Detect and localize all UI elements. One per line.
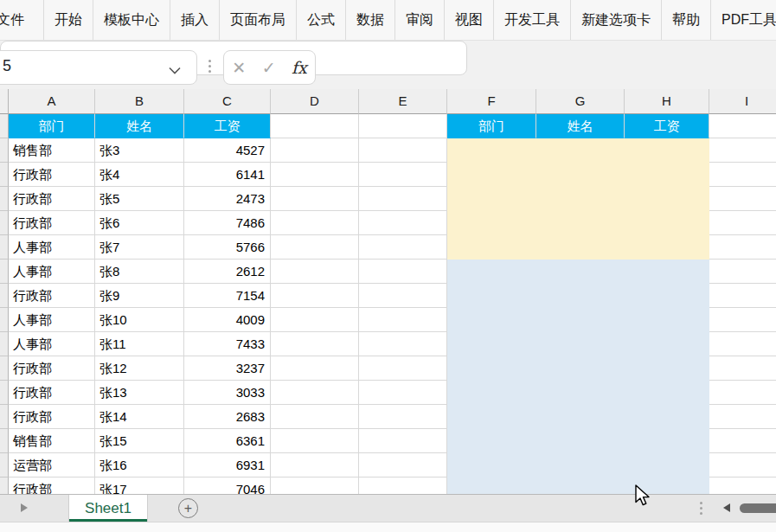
cell-F5[interactable] <box>447 211 536 235</box>
cell-E9[interactable] <box>359 308 447 332</box>
cell-A10[interactable]: 人事部 <box>9 332 95 356</box>
cell-I11[interactable] <box>709 356 776 381</box>
cell-C13[interactable]: 2683 <box>184 405 271 429</box>
column-header-D[interactable]: D <box>271 89 359 114</box>
cell-G2[interactable] <box>536 138 625 163</box>
cell-H3[interactable] <box>625 163 709 187</box>
cell-F11[interactable] <box>447 356 536 381</box>
row-header-16[interactable] <box>0 478 9 494</box>
cell-A15[interactable]: 运营部 <box>9 453 95 478</box>
cell-A11[interactable]: 行政部 <box>9 356 95 381</box>
row-header-12[interactable] <box>0 381 9 405</box>
cell-B11[interactable]: 张12 <box>95 356 184 381</box>
row-header-15[interactable] <box>0 453 9 478</box>
cell-H11[interactable] <box>625 356 709 381</box>
column-header-I[interactable]: I <box>709 89 776 114</box>
cell-I15[interactable] <box>709 453 776 478</box>
cell-A1[interactable]: 部门 <box>9 114 95 138</box>
confirm-entry-button[interactable]: ✓ <box>262 60 276 76</box>
cell-E1[interactable] <box>359 114 447 138</box>
cell-H14[interactable] <box>625 429 709 453</box>
cell-E8[interactable] <box>359 284 447 308</box>
cell-D16[interactable] <box>271 478 359 494</box>
menu-tab-pdf-tools[interactable]: PDF工具集 <box>710 0 776 40</box>
cell-F6[interactable] <box>447 235 536 260</box>
menu-tab-insert[interactable]: 插入 <box>170 0 219 40</box>
cell-H8[interactable] <box>625 284 709 308</box>
menu-tab-page-layout[interactable]: 页面布局 <box>219 0 296 40</box>
cancel-entry-button[interactable]: ✕ <box>232 60 246 76</box>
row-header-2[interactable] <box>0 138 9 163</box>
cell-F13[interactable] <box>447 405 536 429</box>
cell-C5[interactable]: 7486 <box>184 211 271 235</box>
cell-B1[interactable]: 姓名 <box>95 114 184 138</box>
row-header-10[interactable] <box>0 332 9 356</box>
cell-G6[interactable] <box>536 235 625 260</box>
cell-D5[interactable] <box>271 211 359 235</box>
cell-E10[interactable] <box>359 332 447 356</box>
cell-G10[interactable] <box>536 332 625 356</box>
cell-F12[interactable] <box>447 381 536 405</box>
cell-A13[interactable]: 行政部 <box>9 405 95 429</box>
cell-C8[interactable]: 7154 <box>184 284 271 308</box>
cell-I3[interactable] <box>709 163 776 187</box>
cell-I16[interactable] <box>709 478 776 494</box>
menu-tab-template-center[interactable]: 模板中心 <box>93 0 170 40</box>
cell-E12[interactable] <box>359 381 447 405</box>
cell-A12[interactable]: 行政部 <box>9 381 95 405</box>
cell-G3[interactable] <box>536 163 625 187</box>
cell-G12[interactable] <box>536 381 625 405</box>
cell-D8[interactable] <box>271 284 359 308</box>
cell-E4[interactable] <box>359 187 447 211</box>
cell-E11[interactable] <box>359 356 447 381</box>
cell-B4[interactable]: 张5 <box>95 187 184 211</box>
cell-B8[interactable]: 张9 <box>95 284 184 308</box>
cell-H15[interactable] <box>625 453 709 478</box>
cell-A9[interactable]: 人事部 <box>9 308 95 332</box>
cell-H1[interactable]: 工资 <box>625 114 709 138</box>
cell-G4[interactable] <box>536 187 625 211</box>
menu-tab-help[interactable]: 帮助 <box>661 0 710 40</box>
name-box[interactable]: 5 <box>0 50 197 85</box>
cell-I4[interactable] <box>709 187 776 211</box>
row-header-8[interactable] <box>0 284 9 308</box>
cell-G7[interactable] <box>536 260 625 284</box>
column-header-B[interactable]: B <box>95 89 184 114</box>
cell-H7[interactable] <box>625 260 709 284</box>
cell-C10[interactable]: 7433 <box>184 332 271 356</box>
cell-D11[interactable] <box>271 356 359 381</box>
column-header-F[interactable]: F <box>447 89 536 114</box>
cell-D7[interactable] <box>271 260 359 284</box>
cell-C12[interactable]: 3033 <box>184 381 271 405</box>
cell-I8[interactable] <box>709 284 776 308</box>
cell-C15[interactable]: 6931 <box>184 453 271 478</box>
cell-G13[interactable] <box>536 405 625 429</box>
cell-F4[interactable] <box>447 187 536 211</box>
cell-A7[interactable]: 人事部 <box>9 260 95 284</box>
cell-G11[interactable] <box>536 356 625 381</box>
menu-tab-formulas[interactable]: 公式 <box>296 0 345 40</box>
menu-tab-dev-tools[interactable]: 开发工具 <box>493 0 570 40</box>
cell-F7[interactable] <box>447 260 536 284</box>
chevron-down-icon[interactable] <box>169 62 181 78</box>
cell-E7[interactable] <box>359 260 447 284</box>
row-header-5[interactable] <box>0 211 9 235</box>
cell-A8[interactable]: 行政部 <box>9 284 95 308</box>
row-header-1[interactable] <box>0 114 9 138</box>
cell-A2[interactable]: 销售部 <box>9 138 95 163</box>
cell-C6[interactable]: 5766 <box>184 235 271 260</box>
cell-D4[interactable] <box>271 187 359 211</box>
add-sheet-button[interactable]: + <box>178 498 198 518</box>
menu-tab-data[interactable]: 数据 <box>345 0 394 40</box>
cell-A6[interactable]: 人事部 <box>9 235 95 260</box>
cell-E14[interactable] <box>359 429 447 453</box>
cell-E5[interactable] <box>359 211 447 235</box>
cell-A3[interactable]: 行政部 <box>9 163 95 187</box>
cell-I9[interactable] <box>709 308 776 332</box>
cell-C16[interactable]: 7046 <box>184 478 271 494</box>
cell-I1[interactable] <box>709 114 776 138</box>
cell-I13[interactable] <box>709 405 776 429</box>
cell-C1[interactable]: 工资 <box>184 114 271 138</box>
cell-C2[interactable]: 4527 <box>184 138 271 163</box>
cell-D10[interactable] <box>271 332 359 356</box>
